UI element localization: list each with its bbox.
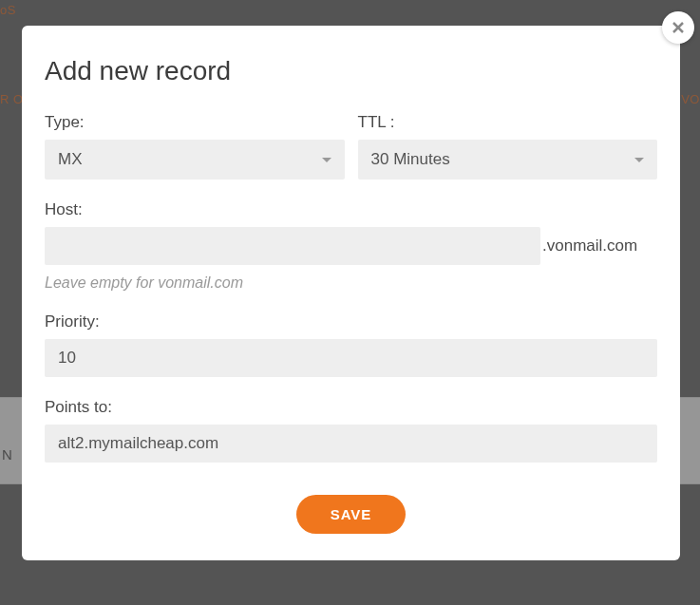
chevron-down-icon bbox=[322, 158, 331, 162]
ttl-value: 30 Minutes bbox=[371, 150, 635, 169]
field-type: Type: MX bbox=[45, 113, 345, 180]
chevron-down-icon bbox=[634, 158, 644, 162]
priority-label: Priority: bbox=[45, 312, 657, 331]
close-button[interactable] bbox=[662, 11, 694, 44]
ttl-label: TTL : bbox=[358, 113, 658, 132]
field-ttl: TTL : 30 Minutes bbox=[358, 113, 658, 180]
points-to-input[interactable] bbox=[45, 425, 657, 463]
field-host: Host: .vonmail.com Leave empty for vonma… bbox=[45, 200, 657, 292]
host-domain-suffix: .vonmail.com bbox=[542, 236, 637, 255]
priority-input[interactable] bbox=[45, 339, 657, 377]
type-select[interactable]: MX bbox=[45, 140, 345, 180]
type-value: MX bbox=[58, 150, 322, 169]
host-input[interactable] bbox=[45, 227, 540, 265]
field-points-to: Points to: bbox=[45, 398, 657, 463]
points-to-label: Points to: bbox=[45, 398, 657, 417]
ttl-select[interactable]: 30 Minutes bbox=[358, 140, 658, 180]
modal-title: Add new record bbox=[45, 56, 657, 86]
close-icon bbox=[672, 21, 685, 34]
save-button[interactable]: SAVE bbox=[296, 495, 407, 534]
host-hint: Leave empty for vonmail.com bbox=[45, 274, 657, 292]
add-record-modal: Add new record Type: MX TTL : 30 Minutes… bbox=[22, 26, 680, 560]
host-label: Host: bbox=[45, 200, 657, 219]
field-priority: Priority: bbox=[45, 312, 657, 377]
type-label: Type: bbox=[45, 113, 345, 132]
